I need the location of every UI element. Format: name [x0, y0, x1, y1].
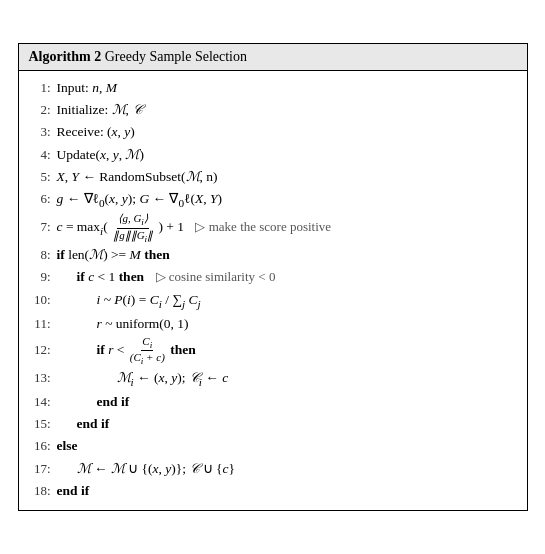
- line-2: 2: Initialize: ℳ, 𝒞: [29, 99, 517, 121]
- line-content-12: if r < Ci (Ci + c) then: [57, 335, 517, 367]
- line-num-14: 14:: [29, 391, 57, 412]
- line-4: 4: Update(x, y, ℳ): [29, 144, 517, 166]
- line-content-18: end if: [57, 480, 517, 502]
- line-16: 16: else: [29, 435, 517, 457]
- line-content-5: X, Y ← RandomSubset(ℳ, n): [57, 166, 517, 188]
- line-num-3: 3:: [29, 121, 57, 142]
- line-content-10: i ~ P(i) = Ci / ∑j Cj: [57, 289, 517, 313]
- line-10: 10: i ~ P(i) = Ci / ∑j Cj: [29, 289, 517, 313]
- line-14: 14: end if: [29, 391, 517, 413]
- line-15: 15: end if: [29, 413, 517, 435]
- line-content-15: end if: [57, 413, 517, 435]
- line-content-4: Update(x, y, ℳ): [57, 144, 517, 166]
- line-num-1: 1:: [29, 77, 57, 98]
- line-content-3: Receive: (x, y): [57, 121, 517, 143]
- line-content-16: else: [57, 435, 517, 457]
- line-content-8: if len(ℳ) >= M then: [57, 244, 517, 266]
- line-num-10: 10:: [29, 289, 57, 310]
- line-content-13: ℳi ← (x, y); 𝒞i ← c: [57, 367, 517, 391]
- line-content-2: Initialize: ℳ, 𝒞: [57, 99, 517, 121]
- line-num-12: 12:: [29, 339, 57, 360]
- line-num-13: 13:: [29, 367, 57, 388]
- line-18: 18: end if: [29, 480, 517, 502]
- line-num-8: 8:: [29, 244, 57, 265]
- line-num-16: 16:: [29, 435, 57, 456]
- line-5: 5: X, Y ← RandomSubset(ℳ, n): [29, 166, 517, 188]
- algorithm-body: 1: Input: n, M 2: Initialize: ℳ, 𝒞 3: Re…: [19, 71, 527, 510]
- line-content-11: r ~ uniform(0, 1): [57, 313, 517, 335]
- line-content-7: c = maxi( ⟨g, Gi⟩ ‖g‖‖Gi‖ ) + 1 ▷ make t…: [57, 212, 517, 244]
- line-9: 9: if c < 1 then ▷ cosine similarity < 0: [29, 266, 517, 288]
- algorithm-box: Algorithm 2 Greedy Sample Selection 1: I…: [18, 43, 528, 511]
- line-1: 1: Input: n, M: [29, 77, 517, 99]
- line-num-18: 18:: [29, 480, 57, 501]
- line-12: 12: if r < Ci (Ci + c) then: [29, 335, 517, 367]
- line-8: 8: if len(ℳ) >= M then: [29, 244, 517, 266]
- line-17: 17: ℳ ← ℳ ∪ {(x, y)}; 𝒞 ∪ {c}: [29, 458, 517, 480]
- line-num-11: 11:: [29, 313, 57, 334]
- line-num-4: 4:: [29, 144, 57, 165]
- line-6: 6: g ← ∇ℓ0(x, y); G ← ∇0ℓ(X, Y): [29, 188, 517, 212]
- line-3: 3: Receive: (x, y): [29, 121, 517, 143]
- line-num-17: 17:: [29, 458, 57, 479]
- algorithm-label: Algorithm 2: [29, 49, 102, 64]
- line-content-9: if c < 1 then ▷ cosine similarity < 0: [57, 266, 517, 288]
- line-num-9: 9:: [29, 266, 57, 287]
- line-num-7: 7:: [29, 216, 57, 237]
- line-num-6: 6:: [29, 188, 57, 209]
- line-num-2: 2:: [29, 99, 57, 120]
- line-13: 13: ℳi ← (x, y); 𝒞i ← c: [29, 367, 517, 391]
- line-content-6: g ← ∇ℓ0(x, y); G ← ∇0ℓ(X, Y): [57, 188, 517, 212]
- algorithm-header: Algorithm 2 Greedy Sample Selection: [19, 44, 527, 71]
- line-num-15: 15:: [29, 413, 57, 434]
- line-num-5: 5:: [29, 166, 57, 187]
- line-content-17: ℳ ← ℳ ∪ {(x, y)}; 𝒞 ∪ {c}: [57, 458, 517, 480]
- line-content-1: Input: n, M: [57, 77, 517, 99]
- line-11: 11: r ~ uniform(0, 1): [29, 313, 517, 335]
- line-content-14: end if: [57, 391, 517, 413]
- line-7: 7: c = maxi( ⟨g, Gi⟩ ‖g‖‖Gi‖ ) + 1 ▷ mak…: [29, 212, 517, 244]
- algorithm-title: Greedy Sample Selection: [105, 49, 247, 64]
